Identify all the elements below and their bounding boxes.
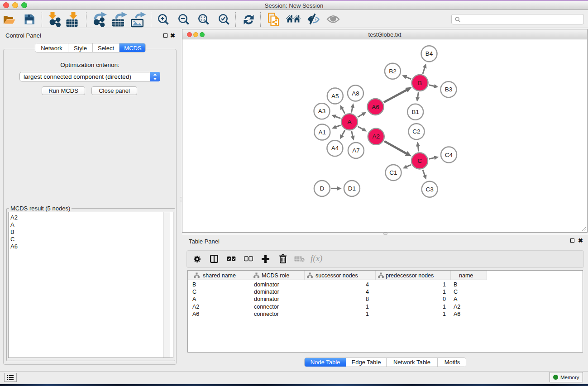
svg-text:D1: D1 [348, 185, 356, 192]
svg-text:A1: A1 [319, 129, 326, 136]
svg-text:B1: B1 [411, 109, 419, 115]
svg-text:C2: C2 [412, 128, 420, 135]
svg-text:A: A [347, 119, 351, 125]
svg-text:B2: B2 [389, 68, 397, 75]
svg-text:C: C [417, 157, 422, 164]
svg-text:C1: C1 [389, 169, 397, 176]
svg-text:B4: B4 [425, 50, 433, 57]
svg-text:B3: B3 [445, 86, 453, 93]
svg-text:A4: A4 [331, 145, 339, 152]
svg-text:B: B [418, 80, 422, 86]
svg-text:A8: A8 [352, 90, 359, 97]
svg-text:A7: A7 [352, 147, 360, 154]
svg-text:D: D [320, 185, 325, 192]
svg-text:A3: A3 [318, 108, 326, 114]
svg-text:A6: A6 [372, 104, 379, 110]
svg-text:A2: A2 [373, 133, 380, 140]
svg-text:C4: C4 [445, 152, 453, 158]
svg-text:A5: A5 [331, 93, 339, 100]
svg-text:C3: C3 [425, 186, 433, 193]
